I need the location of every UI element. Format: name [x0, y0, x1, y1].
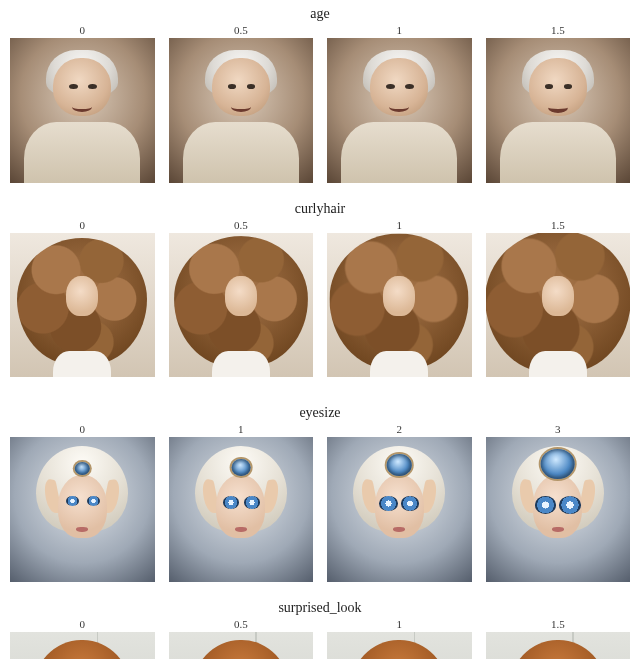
row-images [6, 233, 634, 378]
tick-label: 1.5 [486, 24, 631, 36]
row-tick-labels: 0 0.5 1 1.5 [6, 219, 634, 233]
row-age: age 0 0.5 1 1.5 [6, 6, 634, 183]
sample-image [486, 632, 631, 660]
sample-image [169, 233, 314, 378]
sample-image [327, 38, 472, 183]
row-attribute-label: curlyhair [6, 201, 634, 217]
tick-label: 3 [486, 423, 631, 435]
row-tick-labels: 0 0.5 1 1.5 [6, 618, 634, 632]
row-surprised-look: surprised_look 0 0.5 1 1.5 [6, 600, 634, 660]
curly-hair-portrait-icon [486, 233, 631, 378]
row-eyesize: eyesize 0 1 2 3 [6, 405, 634, 582]
elderly-woman-portrait-icon [486, 38, 631, 183]
sample-image [486, 437, 631, 582]
surprised-cartoon-woman-icon [169, 632, 314, 660]
tick-label: 1 [327, 24, 472, 36]
fantasy-elf-portrait-icon [486, 437, 631, 582]
tick-label: 1.5 [486, 618, 631, 630]
tick-label: 1.5 [486, 219, 631, 231]
sample-image [327, 233, 472, 378]
tick-label: 1 [169, 423, 314, 435]
fantasy-elf-portrait-icon [10, 437, 155, 582]
sample-image [10, 437, 155, 582]
row-tick-labels: 0 0.5 1 1.5 [6, 24, 634, 38]
sample-image [169, 632, 314, 660]
row-images [6, 632, 634, 660]
elderly-woman-portrait-icon [327, 38, 472, 183]
row-attribute-label: surprised_look [6, 600, 634, 616]
sample-image [327, 632, 472, 660]
tick-label: 0 [10, 618, 155, 630]
sample-image [10, 233, 155, 378]
sample-image [10, 632, 155, 660]
sample-image [327, 437, 472, 582]
row-tick-labels: 0 1 2 3 [6, 423, 634, 437]
tick-label: 0.5 [169, 24, 314, 36]
curly-hair-portrait-icon [169, 233, 314, 378]
tick-label: 0 [10, 24, 155, 36]
curly-hair-portrait-icon [10, 233, 155, 378]
row-images [6, 437, 634, 582]
tick-label: 1 [327, 618, 472, 630]
row-curlyhair: curlyhair 0 0.5 1 1.5 [6, 201, 634, 378]
surprised-cartoon-woman-icon [10, 632, 155, 660]
tick-label: 0.5 [169, 219, 314, 231]
row-attribute-label: eyesize [6, 405, 634, 421]
elderly-woman-portrait-icon [10, 38, 155, 183]
tick-label: 0 [10, 423, 155, 435]
tick-label: 0.5 [169, 618, 314, 630]
fantasy-elf-portrait-icon [169, 437, 314, 582]
row-images [6, 38, 634, 183]
sample-image [486, 233, 631, 378]
tick-label: 0 [10, 219, 155, 231]
fantasy-elf-portrait-icon [327, 437, 472, 582]
figure-prompt-sliders: age 0 0.5 1 1.5 [0, 0, 640, 659]
curly-hair-portrait-icon [327, 233, 472, 378]
sample-image [169, 38, 314, 183]
row-attribute-label: age [6, 6, 634, 22]
tick-label: 2 [327, 423, 472, 435]
surprised-cartoon-woman-icon [486, 632, 631, 660]
tick-label: 1 [327, 219, 472, 231]
sample-image [486, 38, 631, 183]
sample-image [169, 437, 314, 582]
sample-image [10, 38, 155, 183]
surprised-cartoon-woman-icon [327, 632, 472, 660]
elderly-woman-portrait-icon [169, 38, 314, 183]
